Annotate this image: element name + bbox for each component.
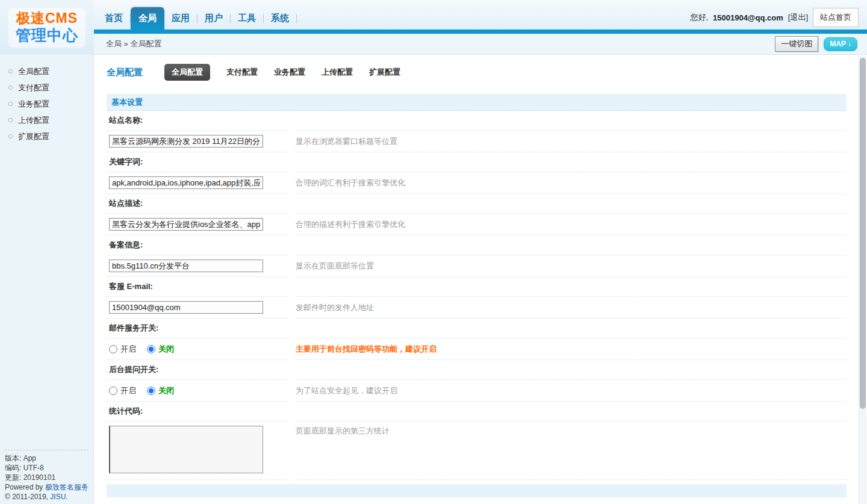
map-button-label: MAP bbox=[830, 40, 846, 48]
field-help: 发邮件时的发件人地址 bbox=[296, 302, 374, 313]
nav-item-apps[interactable]: 应用 bbox=[164, 9, 197, 30]
updated-text: 更新: 20190101 bbox=[5, 473, 89, 482]
breadcrumb-bar: 全局 » 全局配置 一键切图 MAP↓ bbox=[94, 34, 867, 55]
circle-bullet-icon bbox=[8, 118, 13, 122]
header: 极速CMS 管理中心 首页 全局 应用 用户 工具 系统 您好, 1500190… bbox=[0, 0, 867, 55]
question-switch-off-option[interactable]: 关闭 bbox=[147, 385, 174, 396]
field-help: 合理的词汇有利于搜索引擎优化 bbox=[296, 178, 405, 188]
field-label: 备案信息: bbox=[109, 240, 143, 250]
sidebar-item-business-config[interactable]: 业务配置 bbox=[0, 96, 93, 112]
version-text: 版本: App bbox=[5, 453, 89, 463]
circle-bullet-icon bbox=[8, 102, 13, 106]
logo-area: 极速CMS 管理中心 bbox=[0, 0, 94, 55]
sidebar-item-payment-config[interactable]: 支付配置 bbox=[0, 79, 93, 96]
field-help: 为了站点安全起见，建议开启 bbox=[296, 385, 397, 396]
sidebar-item-global-config[interactable]: 全局配置 bbox=[0, 63, 93, 79]
user-bar: 您好, 15001904@qq.com [退出] 站点首页 bbox=[690, 8, 859, 27]
field-label: 后台提问开关: bbox=[109, 364, 158, 375]
nav-item-tools[interactable]: 工具 bbox=[231, 9, 263, 30]
main-content: 全局配置 全局配置 支付配置 业务配置 上传配置 扩展配置 基本设置 站点名称:… bbox=[94, 55, 867, 504]
breadcrumb: 全局 » 全局配置 bbox=[106, 39, 161, 49]
field-icp-info: 备案信息: 显示在页面底部等位置 bbox=[107, 235, 847, 277]
admin-page: 极速CMS 管理中心 首页 全局 应用 用户 工具 系统 您好, 1500190… bbox=[0, 0, 867, 504]
field-label: 关键字词: bbox=[109, 157, 143, 167]
copyright-link[interactable]: JISU. bbox=[50, 493, 67, 501]
nav-item-system[interactable]: 系统 bbox=[264, 9, 296, 30]
question-switch-on-option[interactable]: 开启 bbox=[109, 385, 136, 396]
config-tabs: 全局配置 支付配置 业务配置 上传配置 扩展配置 bbox=[164, 64, 400, 81]
circle-bullet-icon bbox=[8, 134, 13, 138]
field-help: 显示在页面底部等位置 bbox=[296, 261, 374, 272]
top-nav: 首页 全局 应用 用户 工具 系统 您好, 15001904@qq.com [退… bbox=[94, 0, 867, 30]
field-help: 页面底部显示的第三方统计 bbox=[296, 426, 390, 437]
question-switch-off-radio[interactable] bbox=[147, 387, 155, 395]
mail-switch-on-radio[interactable] bbox=[109, 345, 117, 353]
copyright: © 2011-2019, JISU. bbox=[5, 492, 89, 502]
tab-extension-config[interactable]: 扩展配置 bbox=[369, 67, 400, 78]
nav-item-users[interactable]: 用户 bbox=[197, 9, 230, 30]
user-email: 15001904@qq.com bbox=[713, 13, 783, 22]
field-help: 显示在浏览器窗口标题等位置 bbox=[296, 136, 397, 147]
field-admin-question-switch: 后台提问开关: 开启 关闭 为了站点安全起见，建议开启 bbox=[107, 360, 847, 402]
field-service-email: 客服 E-mail: 发邮件时的发件人地址 bbox=[107, 277, 847, 319]
service-email-input[interactable] bbox=[109, 301, 263, 314]
mail-switch-off-option[interactable]: 关闭 bbox=[147, 344, 174, 355]
page-title: 全局配置 bbox=[107, 67, 143, 78]
site-description-input[interactable] bbox=[109, 218, 263, 231]
tab-upload-config[interactable]: 上传配置 bbox=[322, 67, 353, 78]
app-logo: 极速CMS 管理中心 bbox=[8, 8, 85, 48]
tab-business-config[interactable]: 业务配置 bbox=[274, 67, 305, 78]
nav-item-home[interactable]: 首页 bbox=[98, 9, 130, 30]
greeting-text: 您好, bbox=[690, 12, 708, 23]
sidebar-item-upload-config[interactable]: 上传配置 bbox=[0, 112, 93, 128]
logo-line1: 极速CMS bbox=[16, 10, 78, 26]
powered-link[interactable]: 极致签名服务 bbox=[45, 483, 89, 491]
keywords-input[interactable] bbox=[109, 176, 263, 189]
breadcrumb-actions: 一键切图 MAP↓ bbox=[775, 36, 857, 52]
field-keywords: 关键字词: 合理的词汇有利于搜索引擎优化 bbox=[107, 152, 847, 194]
nav-item-global[interactable]: 全局 bbox=[131, 7, 164, 30]
site-name-input[interactable] bbox=[109, 135, 263, 148]
circle-bullet-icon bbox=[8, 86, 13, 90]
logout-link[interactable]: [退出] bbox=[788, 12, 808, 23]
body-row: 全局配置 支付配置 业务配置 上传配置 扩展配置 版本: App 编码: UTF… bbox=[0, 55, 867, 504]
section-header-basic-settings: 基本设置 bbox=[107, 94, 847, 111]
mail-switch-on-option[interactable]: 开启 bbox=[109, 344, 136, 355]
field-mail-service-switch: 邮件服务开关: 开启 关闭 主要用于前台找回密码等功能，建议开启 bbox=[107, 319, 847, 360]
title-row: 全局配置 全局配置 支付配置 业务配置 上传配置 扩展配置 bbox=[107, 64, 847, 80]
encoding-text: 编码: UTF-8 bbox=[5, 463, 89, 473]
field-label: 站点名称: bbox=[109, 115, 143, 126]
question-switch-on-radio[interactable] bbox=[109, 387, 117, 395]
accent-bar bbox=[94, 30, 867, 34]
sidebar: 全局配置 支付配置 业务配置 上传配置 扩展配置 版本: App 编码: UTF… bbox=[0, 55, 94, 504]
field-statistics-code: 统计代码: 页面底部显示的第三方统计 bbox=[107, 402, 847, 480]
next-section-header-partial bbox=[107, 484, 847, 497]
field-label: 邮件服务开关: bbox=[109, 323, 158, 334]
tab-global-config[interactable]: 全局配置 bbox=[164, 64, 210, 81]
field-help-warning: 主要用于前台找回密码等功能，建议开启 bbox=[296, 344, 437, 355]
header-right: 首页 全局 应用 用户 工具 系统 您好, 15001904@qq.com [退… bbox=[94, 0, 867, 55]
sidebar-footer: 版本: App 编码: UTF-8 更新: 20190101 Powered b… bbox=[5, 450, 89, 502]
field-label: 站点描述: bbox=[109, 198, 143, 209]
field-label: 统计代码: bbox=[109, 406, 143, 417]
statistics-code-textarea[interactable] bbox=[109, 426, 263, 473]
scrollbar-thumb[interactable] bbox=[860, 58, 866, 409]
tab-payment-config[interactable]: 支付配置 bbox=[226, 67, 258, 78]
logo-line2: 管理中心 bbox=[16, 26, 78, 44]
site-home-button[interactable]: 站点首页 bbox=[813, 8, 859, 27]
nav-separator bbox=[296, 14, 297, 23]
sidebar-item-extension-config[interactable]: 扩展配置 bbox=[0, 128, 93, 145]
mail-switch-off-radio[interactable] bbox=[147, 345, 155, 353]
field-site-description: 站点描述: 合理的描述有利于搜索引擎优化 bbox=[107, 194, 847, 235]
icp-info-input[interactable] bbox=[109, 260, 263, 272]
field-label: 客服 E-mail: bbox=[109, 281, 153, 292]
field-site-name: 站点名称: 显示在浏览器窗口标题等位置 bbox=[107, 111, 847, 152]
map-button[interactable]: MAP↓ bbox=[824, 37, 857, 51]
powered-by: Powered by 极致签名服务 bbox=[5, 482, 89, 492]
one-click-cut-button[interactable]: 一键切图 bbox=[775, 36, 818, 52]
vertical-scrollbar[interactable] bbox=[859, 55, 866, 504]
field-help: 合理的描述有利于搜索引擎优化 bbox=[296, 219, 405, 230]
down-arrow-icon: ↓ bbox=[848, 40, 851, 48]
circle-bullet-icon bbox=[8, 69, 13, 73]
